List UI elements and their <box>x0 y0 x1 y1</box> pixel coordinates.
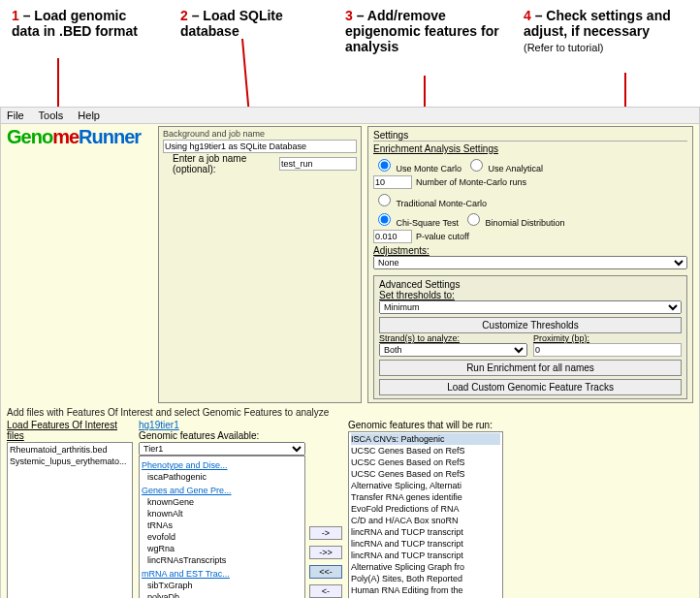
jobname-label: Enter a job name (optional): <box>173 153 275 174</box>
list-item[interactable]: knownGene <box>142 496 302 508</box>
radio-chisq[interactable]: Chi-Square Test <box>373 210 459 228</box>
sqlite-db-field[interactable] <box>163 140 357 153</box>
list-item[interactable]: lincRNA and TUCP transcript <box>351 550 500 561</box>
callout-4-num: 4 <box>524 8 531 23</box>
list-item[interactable]: C/D and H/ACA Box snoRN <box>351 515 500 526</box>
list-item[interactable]: Alternative Splicing, Alternati <box>351 480 500 491</box>
bgjob-title: Background and job name <box>163 129 357 139</box>
list-item[interactable]: Rheumatoid_arthritis.bed <box>10 444 130 456</box>
callout-3-num: 3 <box>345 8 353 23</box>
callout-4-sub: (Refer to tutorial) <box>524 42 604 53</box>
jobname-input[interactable] <box>279 157 357 171</box>
radio-traditional[interactable]: Traditional Monte-Carlo <box>373 191 487 208</box>
remove-button[interactable]: <<- <box>309 565 342 579</box>
callout-2-num: 2 <box>180 8 188 23</box>
adjustments-label: Adjustments: <box>373 245 687 256</box>
background-job-box: Background and job name Enter a job name… <box>158 126 362 403</box>
feature-category[interactable]: Phenotype and Dise... <box>142 459 302 471</box>
list-item[interactable]: lincRNAsTranscripts <box>142 554 302 566</box>
list-item[interactable]: evofold <box>142 531 302 543</box>
add-button[interactable]: -> <box>309 526 342 540</box>
settings-panel: Settings Enrichment Analysis Settings Us… <box>367 126 693 403</box>
adjustments-select[interactable]: None <box>373 256 687 269</box>
advanced-settings-box: Advanced Settings Set thresholds to: Min… <box>373 275 687 399</box>
callout-3-text: – Add/remove epigenomic features for ana… <box>345 8 499 54</box>
list-item[interactable]: iscaPathogenic <box>142 471 302 483</box>
features-available-label: Genomic features Available: <box>139 430 305 441</box>
mc-runs-spinner[interactable]: 10 <box>373 175 412 189</box>
app-window: File Tools Help GenomeRunner Background … <box>0 107 700 598</box>
list-item[interactable]: Transfer RNA genes identifie <box>351 491 500 503</box>
list-item[interactable]: knownAlt <box>142 508 302 519</box>
customize-thresholds-button[interactable]: Customize Thresholds <box>379 317 682 333</box>
app-logo: GenomeRunner <box>7 126 141 403</box>
feature-category[interactable]: mRNA and EST Trac... <box>142 568 302 580</box>
load-custom-tracks-button[interactable]: Load Custom Genomic Feature Tracks <box>379 379 682 395</box>
list-item[interactable]: UCSC Genes Based on RefS <box>351 468 500 480</box>
menu-tools[interactable]: Tools <box>39 110 64 121</box>
radio-binomial[interactable]: Binomial Distribution <box>462 210 565 228</box>
run-enrichment-all-button[interactable]: Run Enrichment for all names <box>379 360 682 376</box>
mc-runs-label: Number of Monte-Carlo runs <box>416 177 526 187</box>
advanced-heading: Advanced Settings <box>379 279 682 290</box>
list-item[interactable]: tRNAs <box>142 519 302 531</box>
radio-analytical[interactable]: Use Analytical <box>465 156 543 173</box>
list-item[interactable]: lincRNA and TUCP transcript <box>351 526 500 538</box>
settings-heading: Settings <box>373 130 687 142</box>
thresholds-select[interactable]: Minimum <box>379 300 682 314</box>
menu-file[interactable]: File <box>7 110 24 121</box>
list-item[interactable]: UCSC Genes Based on RefS <box>351 456 500 468</box>
list-item[interactable]: Poly(A) Sites, Both Reported <box>351 573 500 584</box>
settings-subheading: Enrichment Analysis Settings <box>373 143 687 154</box>
list-item[interactable]: ISCA CNVs: Pathogenic <box>351 433 500 445</box>
foi-file-list[interactable]: Rheumatoid_arthritis.bed Systemic_lupus_… <box>7 442 133 598</box>
callout-2-text: – Load SQLite database <box>180 8 283 39</box>
instruction-line: Add files with Features Of Interest and … <box>1 405 699 420</box>
add-all-button[interactable]: ->> <box>309 546 342 559</box>
list-item[interactable]: UCSC Genes Based on RefS <box>351 445 500 456</box>
radio-montecarlo[interactable]: Use Monte Carlo <box>373 156 461 173</box>
proximity-label: Proximity (bp): <box>533 333 682 343</box>
thresholds-label: Set thresholds to: <box>379 290 682 300</box>
menu-bar: File Tools Help <box>1 108 699 124</box>
feature-category[interactable]: Genes and Gene Pre... <box>142 485 302 496</box>
pvalue-spinner[interactable]: 0.010 <box>373 230 412 243</box>
features-available-list[interactable]: Phenotype and Dise... iscaPathogenic Gen… <box>139 456 305 598</box>
list-item[interactable]: wgRna <box>142 543 302 554</box>
callouts-overlay: 1 – Load genomic data in .BED format 2 –… <box>0 0 700 107</box>
list-item[interactable]: Systemic_lupus_erythemato... <box>10 456 130 467</box>
remove-all-button[interactable]: <- <box>309 584 342 598</box>
list-item[interactable]: Alternative Splicing Graph fro <box>351 561 500 573</box>
proximity-spinner[interactable]: 0 <box>533 343 682 357</box>
list-item[interactable]: lincRNA and TUCP transcript <box>351 538 500 550</box>
foi-label: Load Features Of Interest files <box>7 420 133 441</box>
strand-select[interactable]: Both <box>379 343 527 357</box>
strand-label: Strand(s) to analyze: <box>379 333 527 343</box>
tier-select[interactable]: Tier1 <box>139 442 305 456</box>
list-item[interactable]: polyaDb <box>142 591 302 598</box>
list-item[interactable]: sibTxGraph <box>142 580 302 591</box>
callout-1-text: – Load genomic data in .BED format <box>12 8 138 39</box>
tier-link[interactable]: hg19tier1 <box>139 420 179 430</box>
list-item[interactable]: EvoFold Predictions of RNA <box>351 503 500 515</box>
callout-1-num: 1 <box>12 8 19 23</box>
features-run-label: Genomic features that will be run: <box>348 420 503 430</box>
pvalue-label: P-value cutoff <box>416 232 469 241</box>
list-item[interactable]: Human RNA Editing from the <box>351 584 500 596</box>
features-run-list[interactable]: ISCA CNVs: PathogenicUCSC Genes Based on… <box>348 431 503 598</box>
callout-4-text: – Check settings and adjust, if necessar… <box>524 8 671 39</box>
menu-help[interactable]: Help <box>78 110 100 121</box>
